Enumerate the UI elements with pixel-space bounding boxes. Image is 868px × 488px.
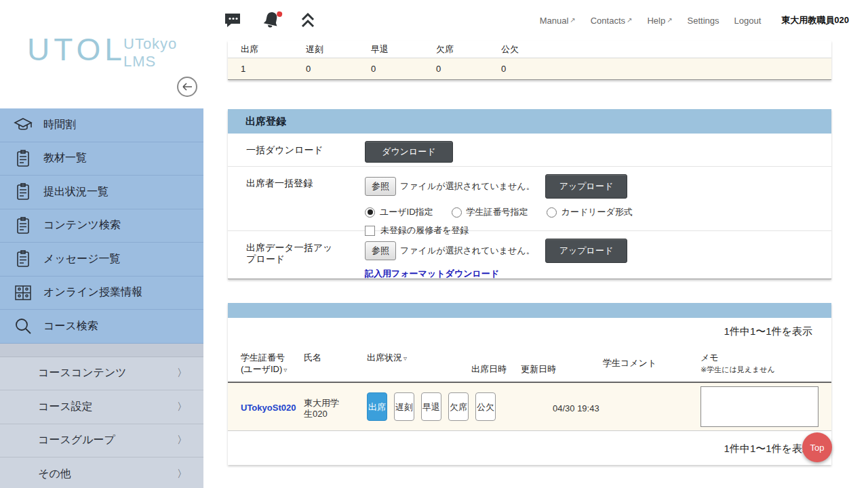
settings-link[interactable]: Settings — [688, 16, 719, 26]
help-link[interactable]: Help↗ — [647, 16, 672, 26]
row-label: 一括ダウンロード — [228, 134, 348, 166]
summary-header: 出席 — [228, 41, 293, 58]
topbar: Manual↗ Contacts↗ Help↗ Settings Logout … — [203, 0, 868, 41]
course-search-icon — [13, 316, 33, 336]
student-row: UTokyoSt020 東大用学生020 出席 遅刻 早退 欠席 公欠 04/3… — [228, 383, 831, 431]
sidebar-item-label: メッセージ一覧 — [43, 252, 121, 266]
bulk-upload-row: 出席データ一括アップロード 参照 ファイルが選択されていません。 アップロード … — [228, 231, 831, 279]
radio-user-id[interactable]: ユーザID指定 — [365, 206, 433, 218]
student-id-cell: UTokyoSt020 — [228, 383, 298, 430]
radio-student-number[interactable]: 学生証番号指定 — [452, 206, 528, 218]
column-header-updated-at: 更新日時 — [515, 342, 597, 382]
utol-logo-subtitle: UTokyo LMS — [123, 35, 177, 70]
summary-value: 1 — [228, 58, 293, 79]
sidebar-item-label: 時間割 — [43, 118, 76, 132]
notification-dot — [276, 11, 282, 17]
updated-at-cell: 04/30 19:43 — [515, 383, 597, 430]
summary-value: 0 — [423, 58, 488, 79]
summary-header: 早退 — [358, 41, 423, 58]
external-link-icon: ↗ — [667, 16, 672, 24]
no-file-selected-text: ファイルが選択されていません。 — [400, 180, 535, 192]
main-content: 出席 遅刻 早退 欠席 公欠 1 0 0 0 0 出席登録 一括ダウンロード ダ… — [203, 41, 868, 488]
column-header-status[interactable]: 出席状況▿ — [359, 342, 467, 382]
sidebar-item-label: 提出状況一覧 — [43, 185, 108, 199]
status-button-absent[interactable]: 欠席 — [448, 392, 469, 421]
column-header-comment: 学生コメント — [597, 342, 695, 382]
status-button-early-leave[interactable]: 早退 — [421, 392, 441, 421]
collapse-sidebar-button[interactable] — [177, 77, 197, 97]
summary-header-row: 出席 遅刻 早退 欠席 公欠 — [228, 41, 831, 58]
contacts-link[interactable]: Contacts↗ — [591, 16, 633, 26]
sidebar-item-messages[interactable]: メッセージ一覧 — [0, 243, 203, 277]
chevron-right-icon: 〉 — [177, 401, 187, 413]
download-button[interactable]: ダウンロード — [365, 141, 453, 163]
sidebar-item-course-settings[interactable]: コース設定 〉 — [0, 390, 203, 424]
radio-selected-icon — [365, 207, 375, 218]
logout-link[interactable]: Logout — [734, 16, 762, 26]
notifications-button[interactable] — [258, 7, 284, 33]
sidebar-item-label: コンテンツ検索 — [43, 218, 121, 232]
manual-link[interactable]: Manual↗ — [540, 16, 576, 26]
chat-icon — [224, 12, 241, 28]
sidebar: UTOL UTokyo LMS 時間割 教材一覧 — [0, 0, 203, 488]
sort-icon: ▿ — [403, 354, 407, 362]
student-id-link[interactable]: UTokyoSt020 — [241, 403, 296, 413]
logo-area: UTOL UTokyo LMS — [0, 0, 203, 108]
status-button-late[interactable]: 遅刻 — [394, 392, 414, 421]
summary-value: 0 — [293, 58, 358, 79]
bell-icon — [258, 7, 284, 33]
upload-button[interactable]: アップロード — [545, 174, 628, 199]
format-download-link[interactable]: 記入用フォーマットダウンロード — [365, 268, 499, 280]
attendance-summary-table: 出席 遅刻 早退 欠席 公欠 1 0 0 0 0 — [228, 41, 831, 80]
submissions-icon — [13, 182, 33, 202]
sidebar-item-label: オンライン授業情報 — [43, 285, 142, 300]
radio-card-reader[interactable]: カードリーダ形式 — [547, 206, 633, 218]
column-header-memo: メモ ※学生には見えません — [695, 342, 831, 382]
chat-button[interactable] — [224, 12, 241, 28]
section-title: 出席登録 — [228, 109, 831, 134]
utol-logo: UTOL — [27, 31, 126, 68]
upload-button[interactable]: アップロード — [545, 239, 628, 263]
table-header-bar — [228, 303, 831, 318]
sidebar-item-course-search[interactable]: コース検索 — [0, 310, 203, 344]
student-name-cell: 東大用学生020 — [298, 383, 359, 430]
students-table-header-row: 学生証番号 (ユーザID)▿ 氏名 出席状況▿ 出席日時 更新日時 学生コメント… — [228, 342, 831, 383]
sidebar-item-course-group[interactable]: コースグループ 〉 — [0, 424, 203, 458]
row-label: 出席データ一括アップロード — [228, 231, 348, 279]
sidebar-item-others[interactable]: その他 〉 — [0, 458, 203, 488]
bulk-download-row: 一括ダウンロード ダウンロード — [228, 134, 831, 167]
student-comment-cell — [597, 383, 695, 430]
no-file-selected-text: ファイルが選択されていません。 — [400, 245, 535, 257]
column-header-name: 氏名 — [298, 342, 359, 382]
chevron-right-icon: 〉 — [177, 434, 187, 447]
memo-textarea[interactable] — [701, 386, 818, 427]
summary-value: 0 — [488, 58, 553, 79]
sidebar-item-course-contents[interactable]: コースコンテンツ 〉 — [0, 357, 203, 391]
sidebar-item-contents-search[interactable]: コンテンツ検索 — [0, 209, 203, 243]
external-link-icon: ↗ — [570, 16, 575, 24]
attendance-register-section: 出席登録 一括ダウンロード ダウンロード 出席者一括登録 参照 ファイルが選択さ… — [228, 109, 831, 279]
sidebar-item-label: 教材一覧 — [43, 151, 87, 165]
summary-header: 公欠 — [488, 41, 553, 58]
sidebar-item-online-class[interactable]: オンライン授業情報 — [0, 277, 203, 310]
bulk-register-row: 出席者一括登録 参照 ファイルが選択されていません。 アップロード ユーザID指… — [228, 167, 831, 231]
status-button-present[interactable]: 出席 — [367, 392, 387, 421]
chevron-right-icon: 〉 — [177, 367, 187, 380]
sort-icon: ▿ — [283, 366, 287, 373]
result-count-text-bottom: 1件中1〜1件を表示 — [228, 431, 831, 465]
radio-unselected-icon — [452, 207, 462, 218]
summary-header: 遅刻 — [293, 41, 358, 58]
browse-file-button[interactable]: 参照 — [365, 177, 396, 196]
row-label: 出席者一括登録 — [228, 167, 348, 230]
sidebar-item-timetable[interactable]: 時間割 — [0, 108, 203, 142]
collapse-header-button[interactable] — [301, 13, 315, 28]
sidebar-item-submissions[interactable]: 提出状況一覧 — [0, 176, 203, 209]
summary-header: 欠席 — [423, 41, 488, 58]
browse-file-button[interactable]: 参照 — [365, 241, 396, 260]
memo-cell — [695, 383, 831, 430]
column-header-student-id[interactable]: 学生証番号 (ユーザID)▿ — [228, 342, 298, 382]
sidebar-item-materials[interactable]: 教材一覧 — [0, 142, 203, 176]
scroll-to-top-button[interactable]: Top — [802, 432, 832, 462]
attended-at-cell — [467, 383, 515, 430]
materials-icon — [13, 148, 33, 169]
